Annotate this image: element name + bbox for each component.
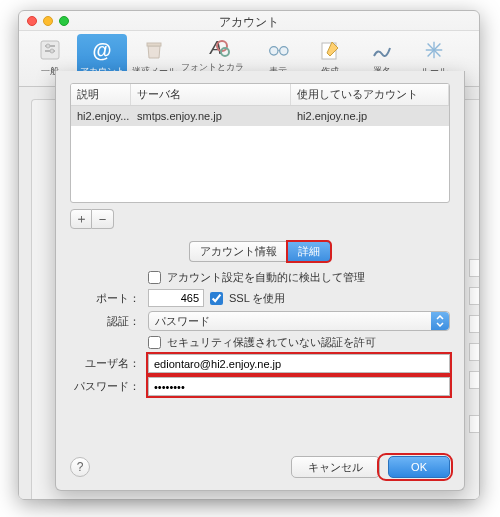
autodetect-label: アカウント設定を自動的に検出して管理 bbox=[167, 270, 365, 285]
zoom-button[interactable] bbox=[59, 16, 69, 26]
window-controls bbox=[27, 16, 69, 26]
cell-server: smtps.enjoy.ne.jp bbox=[131, 106, 291, 126]
bg-field-stub bbox=[469, 287, 479, 305]
insecure-checkbox[interactable] bbox=[148, 336, 161, 349]
bg-field-stub bbox=[469, 371, 479, 389]
ssl-label: SSL を使用 bbox=[229, 291, 285, 306]
th-account[interactable]: 使用しているアカウント bbox=[291, 84, 449, 105]
titlebar: アカウント bbox=[19, 11, 479, 31]
username-input[interactable] bbox=[148, 354, 450, 373]
svg-rect-6 bbox=[147, 43, 161, 46]
tab-detail[interactable]: 詳細 bbox=[287, 241, 331, 262]
add-remove-group: ＋ − bbox=[70, 209, 464, 229]
minimize-button[interactable] bbox=[43, 16, 53, 26]
server-table[interactable]: 説明 サーバ名 使用しているアカウント hi2.enjoy... smtps.e… bbox=[70, 83, 450, 203]
tab-segment: アカウント情報 詳細 bbox=[56, 241, 464, 262]
snowflake-icon bbox=[420, 36, 448, 64]
add-button[interactable]: ＋ bbox=[70, 209, 92, 229]
svg-text:@: @ bbox=[92, 39, 111, 61]
insecure-label: セキュリティ保護されていない認証を許可 bbox=[167, 335, 376, 350]
auth-value: パスワード bbox=[155, 315, 210, 327]
chevron-updown-icon bbox=[431, 312, 449, 330]
bg-field-stub bbox=[469, 415, 479, 433]
trash-icon bbox=[140, 36, 168, 64]
auth-label: 認証： bbox=[70, 314, 148, 329]
cell-desc: hi2.enjoy... bbox=[71, 106, 131, 126]
pass-label: パスワード： bbox=[70, 379, 148, 394]
bg-field-stub bbox=[469, 315, 479, 333]
svg-point-10 bbox=[270, 47, 278, 55]
slider-icon bbox=[36, 36, 64, 64]
th-server[interactable]: サーバ名 bbox=[131, 84, 291, 105]
bg-field-stub bbox=[469, 259, 479, 277]
plus-icon: ＋ bbox=[75, 210, 88, 228]
detail-form: アカウント設定を自動的に検出して管理 ポート： SSL を使用 認証： パスワー… bbox=[70, 270, 450, 396]
close-button[interactable] bbox=[27, 16, 37, 26]
font-icon: A bbox=[202, 36, 230, 60]
compose-icon bbox=[316, 36, 344, 64]
user-label: ユーザ名： bbox=[70, 356, 148, 371]
table-header: 説明 サーバ名 使用しているアカウント bbox=[71, 84, 449, 106]
password-input[interactable] bbox=[148, 377, 450, 396]
help-button[interactable]: ? bbox=[70, 457, 90, 477]
svg-point-4 bbox=[50, 49, 54, 53]
cell-account: hi2.enjoy.ne.jp bbox=[291, 106, 449, 126]
signature-icon bbox=[368, 36, 396, 64]
port-label: ポート： bbox=[70, 291, 148, 306]
th-desc[interactable]: 説明 bbox=[71, 84, 131, 105]
svg-point-3 bbox=[46, 44, 50, 48]
bg-field-stub bbox=[469, 343, 479, 361]
port-input[interactable] bbox=[148, 289, 204, 307]
table-row[interactable]: hi2.enjoy... smtps.enjoy.ne.jp hi2.enjoy… bbox=[71, 106, 449, 126]
minus-icon: − bbox=[99, 212, 107, 227]
window-title: アカウント bbox=[219, 15, 279, 29]
ok-button[interactable]: OK bbox=[388, 456, 450, 478]
glasses-icon bbox=[264, 36, 292, 64]
remove-button[interactable]: − bbox=[92, 209, 114, 229]
at-icon: @ bbox=[88, 36, 116, 64]
autodetect-checkbox[interactable] bbox=[148, 271, 161, 284]
ssl-checkbox[interactable] bbox=[210, 292, 223, 305]
server-sheet: 説明 サーバ名 使用しているアカウント hi2.enjoy... smtps.e… bbox=[55, 71, 465, 491]
cancel-button[interactable]: キャンセル bbox=[291, 456, 380, 478]
sheet-footer: ? キャンセル OK bbox=[70, 456, 450, 478]
svg-point-11 bbox=[280, 47, 288, 55]
tab-account-info[interactable]: アカウント情報 bbox=[189, 241, 287, 262]
auth-select[interactable]: パスワード bbox=[148, 311, 450, 331]
